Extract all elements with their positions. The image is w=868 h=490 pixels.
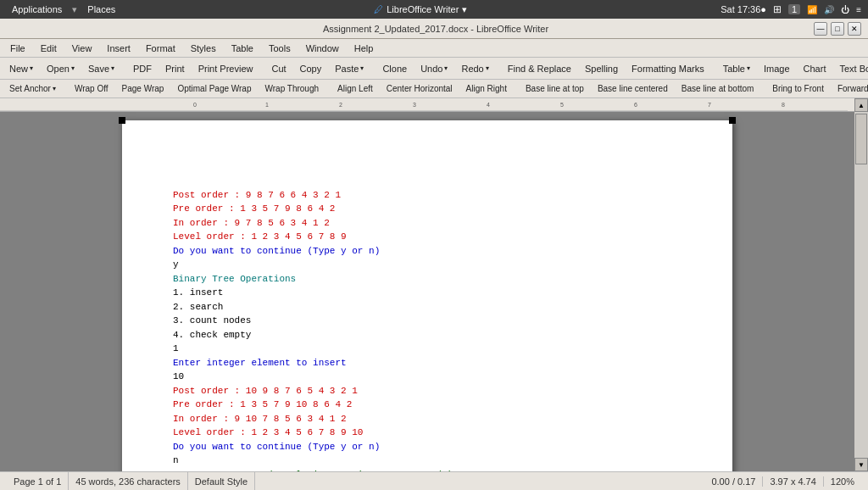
main-toolbar: New▾ Open▾ Save▾ PDF Print Print Preview… — [0, 58, 868, 80]
svg-text:8: 8 — [782, 102, 785, 108]
baseline-top-button[interactable]: Base line at top — [520, 82, 590, 95]
libreoffice-icon: 🖊 — [374, 4, 383, 14]
wrap-through-button[interactable]: Wrap Through — [259, 82, 326, 95]
system-menu-icon[interactable]: ≡ — [856, 5, 861, 14]
menu-help[interactable]: Help — [348, 42, 381, 55]
clone-button[interactable]: Clone — [376, 61, 413, 76]
doc-line: Do you want to continue (Type y or n) — [173, 440, 682, 454]
baseline-centered-button[interactable]: Base line centered — [592, 82, 674, 95]
position-status: 0.00 / 0.17 — [704, 476, 763, 487]
doc-line: n — [173, 454, 682, 468]
page-container[interactable]: Post order : 9 8 7 6 6 4 3 2 1Pre order … — [0, 112, 854, 471]
status-right: 0.00 / 0.17 3.97 x 4.74 120% — [704, 476, 861, 487]
doc-line: Pre order : 1 3 5 7 9 10 8 6 4 2 — [173, 398, 682, 412]
menu-format[interactable]: Format — [139, 42, 182, 55]
menu-view[interactable]: View — [65, 42, 99, 55]
dimensions-status: 3.97 x 4.74 — [763, 476, 823, 487]
center-horizontal-button[interactable]: Center Horizontal — [381, 82, 459, 95]
spelling-button[interactable]: Spelling — [579, 61, 624, 76]
sound-icon[interactable]: 🔊 — [824, 5, 834, 14]
wrap-off-button[interactable]: Wrap Off — [69, 82, 114, 95]
page-status: Page 1 of 1 — [7, 472, 69, 490]
print-preview-button[interactable]: Print Preview — [192, 61, 259, 76]
vertical-scrollbar[interactable]: ▲ ▼ — [854, 98, 868, 471]
doc-line: In order : 9 10 7 8 5 6 3 4 1 2 — [173, 412, 682, 426]
active-app-label[interactable]: LibreOffice Writer — [387, 4, 459, 14]
align-left-button[interactable]: Align Left — [331, 82, 379, 95]
svg-text:4: 4 — [487, 102, 490, 108]
doc-line: Post order : 10 9 8 7 6 5 4 3 2 1 — [173, 384, 682, 398]
doc-line: Enter integer element to insert — [173, 356, 682, 370]
paste-button[interactable]: Paste▾ — [329, 61, 370, 76]
doc-line: BUILD SUCCESSFUL (total time: 1 minute 1… — [173, 468, 682, 472]
scroll-thumb[interactable] — [855, 114, 867, 164]
align-right-button[interactable]: Align Right — [460, 82, 513, 95]
page-wrap-button[interactable]: Page Wrap — [116, 82, 170, 95]
document-area: 0 1 2 3 4 5 6 7 8 — [0, 98, 868, 471]
new-button[interactable]: New▾ — [3, 61, 39, 76]
applications-menu[interactable]: Applications — [7, 3, 67, 15]
doc-line: Do you want to continue (Type y or n) — [173, 244, 682, 259]
power-icon[interactable]: ⏻ — [841, 5, 849, 14]
doc-line: Post order : 9 8 7 6 6 4 3 2 1 — [173, 188, 682, 203]
places-menu[interactable]: Places — [82, 3, 120, 15]
ruler: 0 1 2 3 4 5 6 7 8 — [0, 98, 854, 112]
menu-insert[interactable]: Insert — [100, 42, 137, 55]
menu-edit[interactable]: Edit — [34, 42, 64, 55]
window-count-badge: 1 — [788, 4, 800, 14]
copy-button[interactable]: Copy — [294, 61, 328, 76]
minimize-button[interactable]: — — [814, 22, 827, 36]
doc-line: y — [173, 258, 682, 272]
scroll-down-arrow[interactable]: ▼ — [854, 458, 868, 471]
image-button[interactable]: Image — [758, 61, 796, 76]
menu-tools[interactable]: Tools — [262, 42, 298, 55]
chart-button[interactable]: Chart — [798, 61, 832, 76]
table-button[interactable]: Table▾ — [717, 61, 756, 76]
bring-to-front-button[interactable]: Bring to Front — [766, 82, 830, 95]
corner-handle-tl — [119, 117, 125, 124]
open-button[interactable]: Open▾ — [41, 61, 81, 76]
redo-button[interactable]: Redo▾ — [455, 61, 494, 76]
word-count-status: 45 words, 236 characters — [69, 472, 188, 490]
menu-window[interactable]: Window — [299, 42, 346, 55]
system-bar: Applications ▾ Places 🖊 LibreOffice Writ… — [0, 0, 868, 19]
svg-text:1: 1 — [265, 102, 269, 108]
wifi-icon[interactable]: 📶 — [807, 5, 817, 14]
monitor-icon[interactable]: ⊞ — [773, 3, 782, 15]
doc-line: 3. count nodes — [173, 314, 682, 328]
save-button[interactable]: Save▾ — [82, 61, 120, 76]
cut-button[interactable]: Cut — [265, 61, 292, 76]
text-box-button[interactable]: Text Box — [833, 61, 868, 76]
window-title: Assignment 2_Updated_2017.docx - LibreOf… — [58, 24, 814, 34]
doc-line: Level order : 1 2 3 4 5 6 7 8 9 10 — [173, 426, 682, 440]
app-dropdown-arrow[interactable]: ▾ — [462, 4, 467, 15]
menu-file[interactable]: File — [3, 42, 32, 55]
system-bar-right: Sat 17:36● ⊞ 1 📶 🔊 ⏻ ≡ — [721, 3, 861, 15]
ruler-content: 0 1 2 3 4 5 6 7 8 — [0, 98, 854, 111]
close-button[interactable]: ✕ — [848, 22, 861, 36]
find-replace-button[interactable]: Find & Replace — [502, 61, 577, 76]
optimal-wrap-button[interactable]: Optimal Page Wrap — [171, 82, 257, 95]
forward-one-button[interactable]: Forward One — [832, 82, 868, 95]
document-page[interactable]: Post order : 9 8 7 6 6 4 3 2 1Pre order … — [122, 120, 732, 471]
wrap-toolbar: Set Anchor▾ Wrap Off Page Wrap Optimal P… — [0, 80, 868, 98]
undo-button[interactable]: Undo▾ — [415, 61, 453, 76]
maximize-button[interactable]: □ — [831, 22, 844, 36]
print-button[interactable]: Print — [159, 61, 191, 76]
baseline-bottom-button[interactable]: Base line at bottom — [676, 82, 760, 95]
doc-line: 2. search — [173, 300, 682, 315]
formatting-marks-button[interactable]: Formatting Marks — [626, 61, 710, 76]
document-scroll-area[interactable]: 0 1 2 3 4 5 6 7 8 — [0, 98, 854, 471]
clock: Sat 17:36● — [721, 4, 766, 14]
pdf-button[interactable]: PDF — [127, 61, 158, 76]
menu-styles[interactable]: Styles — [184, 42, 223, 55]
menu-table[interactable]: Table — [225, 42, 260, 55]
doc-line: 4. check empty — [173, 328, 682, 342]
style-status: Default Style — [188, 472, 255, 490]
menu-bar: File Edit View Insert Format Styles Tabl… — [0, 39, 868, 58]
scroll-up-arrow[interactable]: ▲ — [854, 98, 868, 112]
anchor-button[interactable]: Set Anchor▾ — [3, 82, 62, 95]
doc-line: 10 — [173, 370, 682, 384]
doc-line: Binary Tree Operations — [173, 272, 682, 287]
document-content[interactable]: Post order : 9 8 7 6 6 4 3 2 1Pre order … — [173, 146, 682, 471]
